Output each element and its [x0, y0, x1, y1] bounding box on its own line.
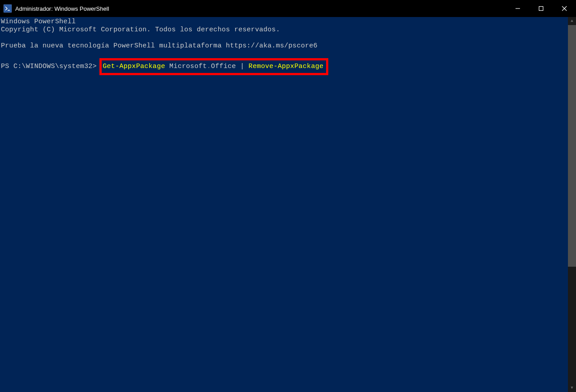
- maximize-button[interactable]: [529, 0, 553, 17]
- output-blank: [1, 34, 568, 42]
- command-highlight-box: Get-AppxPackage Microsoft.Office | Remov…: [99, 58, 328, 75]
- cmdlet-remove: Remove-AppxPackage: [249, 63, 323, 70]
- cmd-arg: Microsoft: [165, 63, 207, 70]
- scroll-thumb[interactable]: [568, 25, 576, 267]
- window-title: Administrador: Windows PowerShell: [15, 5, 109, 12]
- output-blank: [1, 50, 568, 58]
- output-line: Windows PowerShell: [1, 18, 568, 26]
- window-controls: [506, 0, 576, 17]
- titlebar-left: Administrador: Windows PowerShell: [0, 4, 109, 13]
- close-button[interactable]: [553, 0, 576, 17]
- powershell-icon: [4, 4, 12, 13]
- cmd-dot: .: [207, 63, 211, 70]
- terminal-output[interactable]: Windows PowerShellCopyright (C) Microsof…: [0, 17, 568, 392]
- titlebar: Administrador: Windows PowerShell: [0, 0, 576, 17]
- output-line: Prueba la nueva tecnología PowerShell mu…: [1, 42, 568, 50]
- cmd-pipe: |: [240, 63, 244, 70]
- cmd-arg: Office: [211, 63, 240, 70]
- vertical-scrollbar[interactable]: ▲ ▼: [568, 17, 576, 392]
- output-line: Copyright (C) Microsoft Corporation. Tod…: [1, 26, 568, 34]
- scroll-down-arrow-icon[interactable]: ▼: [568, 384, 576, 392]
- minimize-button[interactable]: [506, 0, 529, 17]
- svg-rect-1: [539, 7, 543, 11]
- prompt-line: PS C:\WINDOWS\system32> Get-AppxPackage …: [1, 58, 568, 75]
- cmdlet-get: Get-AppxPackage: [103, 63, 165, 70]
- scroll-up-arrow-icon[interactable]: ▲: [568, 17, 576, 25]
- scroll-track[interactable]: [568, 25, 576, 384]
- cmd-space: [245, 63, 249, 70]
- prompt-prefix: PS C:\WINDOWS\system32>: [1, 63, 101, 70]
